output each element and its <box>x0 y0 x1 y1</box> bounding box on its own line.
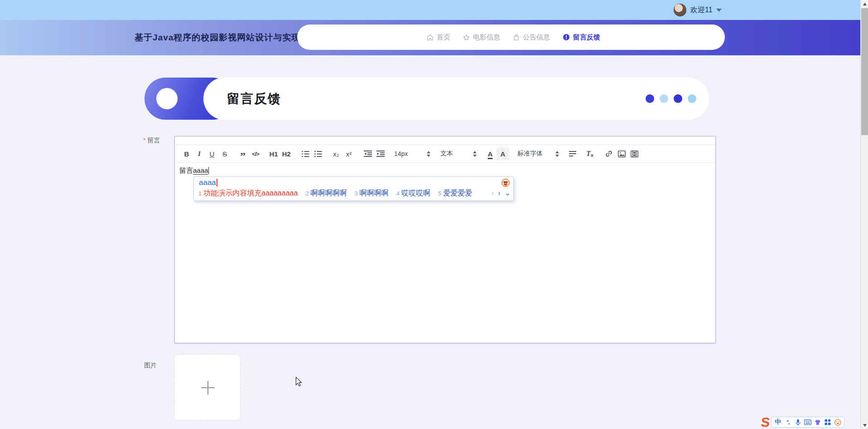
page-banner: 留言反馈 <box>145 78 709 120</box>
scroll-down-arrow[interactable] <box>861 421 868 429</box>
font-size-value: 14px <box>394 150 408 157</box>
ime-candidate[interactable]: 3啊啊啊啊 <box>355 189 389 198</box>
ordered-list-icon <box>302 151 309 157</box>
ime-popup: aaaa 1功能演示内容填充aaaaaaaaa 2啊啊啊啊啊 3啊啊啊啊 4哎哎… <box>193 176 514 201</box>
dot-decoration <box>688 94 696 103</box>
ime-candidate-list: 1功能演示内容填充aaaaaaaaa 2啊啊啊啊啊 3啊啊啊啊 4哎哎哎啊 5爱… <box>198 189 480 198</box>
dot-decoration <box>674 94 682 103</box>
superscript-button[interactable]: x² <box>342 147 355 160</box>
heading1-button[interactable]: H1 <box>267 147 280 160</box>
image-upload-box[interactable] <box>174 354 241 420</box>
sogou-logo-icon <box>502 179 510 187</box>
align-button[interactable] <box>566 147 579 160</box>
unordered-list-button[interactable] <box>312 147 324 160</box>
align-icon <box>569 151 576 156</box>
heading2-button[interactable]: H2 <box>280 147 293 160</box>
italic-button[interactable]: I <box>193 147 206 160</box>
unordered-list-icon <box>314 151 322 157</box>
ordered-list-button[interactable] <box>299 147 312 160</box>
plus-icon <box>207 381 208 395</box>
nav-item-feedback[interactable]: 留言反馈 <box>563 33 600 42</box>
site-title: 基于Java程序的校园影视网站设计与实现 <box>135 20 300 55</box>
nav-bar: 首页 电影信息 公告信息 留言反馈 <box>297 24 725 50</box>
banner-dots <box>646 78 696 120</box>
typed-text: 留言 <box>179 166 193 174</box>
clear-format-x: x <box>591 152 593 158</box>
text-caret <box>208 167 209 174</box>
keyboard-icon[interactable] <box>804 418 812 427</box>
bold-button[interactable]: B <box>180 147 193 160</box>
user-avatar[interactable] <box>673 3 687 17</box>
font-color-button[interactable]: A <box>484 147 497 160</box>
required-mark: * <box>143 136 145 144</box>
nav-item-announcements[interactable]: 公告信息 <box>513 33 550 42</box>
home-icon <box>427 34 434 41</box>
font-size-select[interactable]: 14px <box>391 147 433 160</box>
ime-candidate[interactable]: 4哎哎哎啊 <box>396 189 430 198</box>
subscript-button[interactable]: x₂ <box>330 147 342 160</box>
clear-format-button[interactable]: Tx <box>583 147 596 160</box>
nav-label: 留言反馈 <box>573 33 600 42</box>
nav-item-home[interactable]: 首页 <box>427 33 450 42</box>
ime-candidate[interactable]: 1功能演示内容填充aaaaaaaaa <box>198 189 298 198</box>
ime-composition-text: aaaa <box>199 178 216 187</box>
ime-mode-chinese[interactable]: 中 <box>774 418 782 427</box>
indent-icon <box>376 151 385 157</box>
video-button[interactable] <box>628 147 641 160</box>
ime-prev-page-arrow[interactable]: ‹ <box>492 189 494 197</box>
top-utility-bar <box>0 0 868 20</box>
clear-format-t: T <box>586 150 591 158</box>
ime-candidate[interactable]: 2啊啊啊啊啊 <box>305 189 347 198</box>
code-button[interactable]: </> <box>249 147 262 160</box>
nav-item-movies[interactable]: 电影信息 <box>463 33 500 42</box>
message-field-label: *留言 <box>143 136 160 145</box>
microphone-icon[interactable] <box>794 418 802 427</box>
image-icon <box>618 151 626 157</box>
welcome-text: 欢迎11 <box>690 5 713 15</box>
alert-icon <box>563 34 570 41</box>
strikethrough-button[interactable]: S <box>218 147 231 160</box>
dot-decoration <box>646 94 654 103</box>
rich-text-editor: B I U S ” </> H1 H2 x₂ x² 14px 文本 A A <box>174 136 716 343</box>
outdent-button[interactable] <box>362 147 374 160</box>
user-menu[interactable]: 欢迎11 <box>690 0 722 20</box>
font-family-select[interactable]: 标准字体 <box>515 147 562 160</box>
ime-next-page-arrow[interactable]: › <box>498 189 500 197</box>
ime-paging: ‹ › ⌄ <box>492 189 511 197</box>
link-icon <box>605 150 612 157</box>
updown-icon <box>555 151 559 157</box>
background-color-button[interactable]: A <box>497 147 509 160</box>
link-button[interactable] <box>603 147 615 160</box>
ime-caret <box>217 179 217 186</box>
message-label-text: 留言 <box>147 136 160 144</box>
toolbox-grid-icon[interactable] <box>824 418 832 427</box>
star-icon <box>463 34 470 41</box>
outdent-icon <box>364 151 372 157</box>
video-icon <box>631 151 638 157</box>
mouse-cursor <box>295 377 302 389</box>
emoji-icon[interactable] <box>834 418 842 427</box>
scrollbar-thumb[interactable] <box>861 8 868 135</box>
ime-composition: aaaa <box>199 178 217 187</box>
skin-icon[interactable] <box>814 418 822 427</box>
ime-punctuation-toggle[interactable]: °, <box>784 418 792 427</box>
sogou-s-logo[interactable]: S <box>761 416 771 429</box>
scroll-up-arrow[interactable] <box>861 0 868 8</box>
dot-decoration <box>660 94 668 103</box>
indent-button[interactable] <box>374 147 387 160</box>
ime-expand-arrow[interactable]: ⌄ <box>505 189 511 197</box>
nav-label: 首页 <box>437 33 450 42</box>
vertical-scrollbar[interactable] <box>860 0 868 429</box>
image-field-label: 图片 <box>144 361 157 370</box>
underline-button[interactable]: U <box>206 147 218 160</box>
updown-icon <box>473 151 477 157</box>
text-style-value: 文本 <box>440 150 453 158</box>
image-button[interactable] <box>615 147 628 160</box>
ime-candidate[interactable]: 5爱爱爱爱 <box>438 189 472 198</box>
sogou-toolbar: 中 °, <box>771 417 844 428</box>
blockquote-button[interactable]: ” <box>236 147 249 160</box>
bag-icon <box>513 34 520 41</box>
font-family-value: 标准字体 <box>517 150 543 158</box>
text-style-select[interactable]: 文本 <box>438 147 479 160</box>
editor-toolbar: B I U S ” </> H1 H2 x₂ x² 14px 文本 A A <box>175 145 715 163</box>
